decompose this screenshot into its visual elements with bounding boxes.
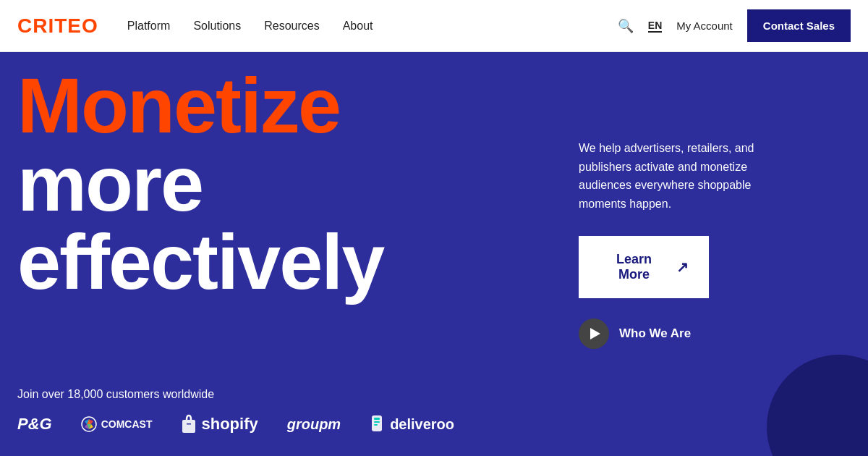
decorative-circle xyxy=(767,355,868,456)
hero-description: We help advertisers, retailers, and publ… xyxy=(579,139,781,213)
shopify-bag-icon xyxy=(181,414,197,434)
headline-line3: effectively xyxy=(17,223,383,301)
hero-bottom: Join over 18,000 customers worldwide P&G… xyxy=(17,388,454,434)
svg-rect-8 xyxy=(187,423,191,425)
customers-text: Join over 18,000 customers worldwide xyxy=(17,388,454,401)
groupm-logo: groupm xyxy=(287,416,341,433)
play-icon xyxy=(590,328,600,339)
deliveroo-icon xyxy=(370,414,386,434)
my-account-link[interactable]: My Account xyxy=(676,20,733,32)
comcast-logo: COMCAST xyxy=(81,416,153,432)
logo[interactable]: CRITEO xyxy=(17,14,98,38)
nav-right: 🔍 EN My Account Contact Sales xyxy=(618,9,851,42)
hero-right-content: We help advertisers, retailers, and publ… xyxy=(579,139,781,349)
svg-rect-7 xyxy=(182,420,195,433)
hero-section: Monetize more effectively We help advert… xyxy=(0,52,868,456)
comcast-peacock-icon xyxy=(81,416,97,432)
contact-sales-button[interactable]: Contact Sales xyxy=(747,9,851,42)
logo-rest: RITEO xyxy=(33,14,98,37)
client-logos: P&G COMCAST xyxy=(17,414,454,434)
play-button[interactable] xyxy=(579,318,609,349)
arrow-icon: ↗ xyxy=(676,258,689,276)
svg-rect-10 xyxy=(374,418,380,420)
learn-more-button[interactable]: Learn More ↗ xyxy=(579,236,709,298)
nav-links: Platform Solutions Resources About xyxy=(127,20,618,33)
svg-rect-12 xyxy=(374,424,378,426)
headline-line2: more xyxy=(17,145,383,223)
shopify-logo: shopify xyxy=(181,414,258,434)
nav-platform[interactable]: Platform xyxy=(127,20,171,33)
headline-line1: Monetize xyxy=(17,67,383,145)
navbar: CRITEO Platform Solutions Resources Abou… xyxy=(0,0,868,52)
who-we-are-row[interactable]: Who We Are xyxy=(579,318,781,349)
logo-c: C xyxy=(17,14,33,37)
nav-solutions[interactable]: Solutions xyxy=(193,20,241,33)
hero-headline: Monetize more effectively xyxy=(0,67,383,301)
svg-rect-11 xyxy=(374,421,380,423)
pg-logo: P&G xyxy=(17,415,52,434)
nav-about[interactable]: About xyxy=(343,20,373,33)
deliveroo-logo: deliveroo xyxy=(370,414,454,434)
who-we-are-label: Who We Are xyxy=(619,326,691,341)
language-selector[interactable]: EN xyxy=(648,20,662,33)
learn-more-label: Learn More xyxy=(599,252,669,282)
search-icon[interactable]: 🔍 xyxy=(618,18,634,34)
nav-resources[interactable]: Resources xyxy=(264,20,319,33)
